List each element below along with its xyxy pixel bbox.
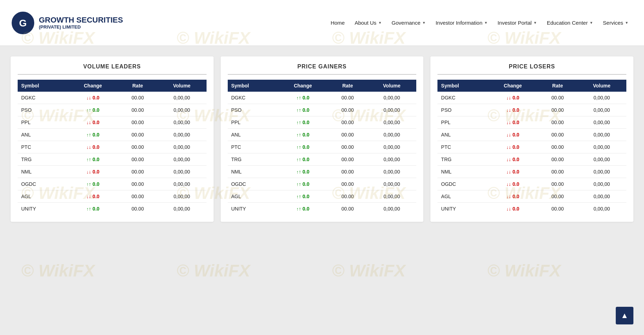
arrow-up-icon: ↑ xyxy=(296,157,301,162)
table-row: OGDC ↑ 0.0 00.00 0,00,00 xyxy=(228,178,417,190)
cell-volume: 0,00,00 xyxy=(577,129,626,141)
cell-symbol: AGL xyxy=(228,190,278,203)
chevron-down-icon: ▼ xyxy=(625,21,628,25)
cell-change: ↓ 0.0 xyxy=(488,203,538,215)
nav-investor-portal[interactable]: Investor Portal ▼ xyxy=(493,16,542,29)
cell-change: ↑ 0.0 xyxy=(278,153,328,166)
arrow-up-icon: ↑ xyxy=(87,107,91,113)
nav-home[interactable]: Home xyxy=(326,16,350,29)
nav-services[interactable]: Services ▼ xyxy=(598,16,633,29)
cell-symbol: PSO xyxy=(437,104,488,116)
table-row: ANL ↑ 0.0 00.00 0,00,00 xyxy=(18,129,207,141)
nav-about-us[interactable]: About Us ▼ xyxy=(350,16,387,29)
cell-change: ↑ 0.0 xyxy=(278,178,328,190)
cell-rate: 00.00 xyxy=(118,153,157,166)
cell-rate: 00.00 xyxy=(328,104,367,116)
main-content: VOLUME LEADERS Symbol Change Rate Volume… xyxy=(0,46,644,335)
arrow-up-icon: ↑ xyxy=(296,95,301,100)
cell-volume: 0,00,00 xyxy=(367,92,417,104)
price-losers-table: Symbol Change Rate Volume DGKC ↓ 0.0 00.… xyxy=(437,80,626,215)
cell-change: ↓ 0.0 xyxy=(68,92,118,104)
company-sub: (PRIVATE) LIMITED xyxy=(39,24,123,30)
cell-rate: 00.00 xyxy=(118,166,157,178)
table-row: OGDC ↓ 0.0 00.00 0,00,00 xyxy=(437,178,626,190)
main-nav: Home About Us ▼ Governance ▼ Investor In… xyxy=(124,16,633,29)
price-gainers-table: Symbol Change Rate Volume DGKC ↑ 0.0 00.… xyxy=(228,80,417,215)
cell-symbol: PTC xyxy=(228,141,278,153)
cell-rate: 00.00 xyxy=(538,141,577,153)
cell-change: ↓ 0.0 xyxy=(68,190,118,203)
cell-rate: 00.00 xyxy=(328,203,367,215)
cell-change: ↑ 0.0 xyxy=(68,104,118,116)
back-to-top-button[interactable]: ▲ xyxy=(616,307,633,324)
arrow-up-icon: ↑ xyxy=(296,169,301,175)
logo-text: GROWTH SECURITIES (PRIVATE) LIMITED xyxy=(39,16,123,30)
arrow-up-icon: ↑ xyxy=(296,132,301,138)
cell-volume: 0,00,00 xyxy=(577,141,626,153)
table-row: TRG ↓ 0.0 00.00 0,00,00 xyxy=(437,153,626,166)
cell-change: ↑ 0.0 xyxy=(278,166,328,178)
table-row: NML ↓ 0.0 00.00 0,00,00 xyxy=(18,166,207,178)
cell-change: ↑ 0.0 xyxy=(68,178,118,190)
cell-rate: 00.00 xyxy=(328,129,367,141)
cell-change: ↑ 0.0 xyxy=(278,116,328,129)
logo-area: G GROWTH SECURITIES (PRIVATE) LIMITED xyxy=(11,11,124,35)
cell-change: ↓ 0.0 xyxy=(488,116,538,129)
cell-change: ↑ 0.0 xyxy=(278,129,328,141)
cell-symbol: TRG xyxy=(228,153,278,166)
arrow-down-icon: ↓ xyxy=(87,169,91,175)
chevron-down-icon: ▼ xyxy=(378,21,382,25)
logo-icon: G xyxy=(11,11,35,35)
cell-symbol: NML xyxy=(228,166,278,178)
cell-volume: 0,00,00 xyxy=(157,141,207,153)
table-row: AGL ↑ 0.0 00.00 0,00,00 xyxy=(228,190,417,203)
cell-rate: 00.00 xyxy=(538,178,577,190)
cell-rate: 00.00 xyxy=(538,166,577,178)
volume-leaders-table: Symbol Change Rate Volume DGKC ↓ 0.0 00.… xyxy=(18,80,207,215)
cell-symbol: PSO xyxy=(228,104,278,116)
cell-rate: 00.00 xyxy=(328,141,367,153)
table-row: PSO ↓ 0.0 00.00 0,00,00 xyxy=(437,104,626,116)
header: G GROWTH SECURITIES (PRIVATE) LIMITED Ho… xyxy=(0,0,644,46)
cell-symbol: NML xyxy=(18,166,68,178)
cell-symbol: DGKC xyxy=(228,92,278,104)
arrow-down-icon: ↓ xyxy=(506,95,511,100)
arrow-up-icon: ↑ xyxy=(296,194,301,199)
arrow-down-icon: ↓ xyxy=(506,132,511,138)
nav-governance[interactable]: Governance ▼ xyxy=(387,16,431,29)
cell-volume: 0,00,00 xyxy=(367,166,417,178)
cell-volume: 0,00,00 xyxy=(157,153,207,166)
arrow-down-icon: ↓ xyxy=(87,144,91,150)
table-row: PPL ↓ 0.0 00.00 0,00,00 xyxy=(18,116,207,129)
cell-change: ↓ 0.0 xyxy=(488,141,538,153)
table-header-row: Symbol Change Rate Volume xyxy=(228,80,417,92)
table-row: PPL ↓ 0.0 00.00 0,00,00 xyxy=(437,116,626,129)
cell-volume: 0,00,00 xyxy=(157,166,207,178)
cell-rate: 00.00 xyxy=(118,190,157,203)
arrow-up-icon: ↑ xyxy=(296,107,301,113)
cell-volume: 0,00,00 xyxy=(577,178,626,190)
col-rate: Rate xyxy=(118,80,157,92)
cell-symbol: ANL xyxy=(18,129,68,141)
table-row: TRG ↑ 0.0 00.00 0,00,00 xyxy=(228,153,417,166)
arrow-down-icon: ↓ xyxy=(87,194,91,199)
chevron-down-icon: ▼ xyxy=(422,21,426,25)
cell-volume: 0,00,00 xyxy=(157,129,207,141)
chevron-down-icon: ▼ xyxy=(590,21,593,25)
arrow-down-icon: ↓ xyxy=(87,95,91,100)
cell-change: ↓ 0.0 xyxy=(488,190,538,203)
cell-change: ↓ 0.0 xyxy=(68,166,118,178)
cell-change: ↑ 0.0 xyxy=(278,104,328,116)
cell-symbol: UNITY xyxy=(18,203,68,215)
cell-symbol: OGDC xyxy=(18,178,68,190)
cell-rate: 00.00 xyxy=(328,166,367,178)
nav-education-center[interactable]: Education Center ▼ xyxy=(542,16,598,29)
cell-rate: 00.00 xyxy=(118,203,157,215)
arrow-up-icon: ↑ xyxy=(296,120,301,125)
company-name: GROWTH SECURITIES xyxy=(39,16,123,24)
cell-change: ↑ 0.0 xyxy=(68,129,118,141)
cell-symbol: OGDC xyxy=(228,178,278,190)
cell-volume: 0,00,00 xyxy=(577,116,626,129)
col-symbol: Symbol xyxy=(437,80,488,92)
nav-investor-information[interactable]: Investor Information ▼ xyxy=(431,16,493,29)
